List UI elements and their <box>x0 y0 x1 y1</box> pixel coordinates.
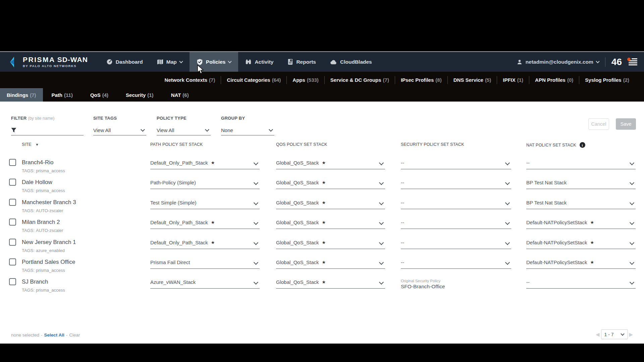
path-policy-select[interactable]: Default_Only_Path_Stack ★ <box>150 158 260 169</box>
path-policy-select[interactable]: Test Simple (Simple) <box>150 198 260 209</box>
nat-policy-select[interactable]: -- <box>526 158 636 169</box>
nav-item-dashboard[interactable]: Dashboard <box>99 52 150 72</box>
tags-value: AUTO-zscaler <box>36 228 63 233</box>
subnav-item-network-contexts[interactable]: Network Contexts (7) <box>159 76 221 84</box>
security-policy-select[interactable]: -- <box>401 198 511 209</box>
select-value: Default_Only_Path_Stack <box>150 160 208 166</box>
bindings-table: Branch4-Rio TAGS:prisma_access Default_O… <box>0 158 644 297</box>
nat-policy-select[interactable]: BP Test Nat Stack <box>526 178 636 189</box>
qos-policy-select[interactable]: Global_QoS_Stack ★ <box>276 218 385 229</box>
brand-logo: PRISMASD-WAN BY PALO ALTO NETWORKS <box>9 56 88 68</box>
tab-count: (11) <box>64 92 73 98</box>
qos-policy-select[interactable]: Global_QoS_Stack ★ <box>276 178 385 189</box>
chevron-down-icon <box>630 220 634 225</box>
column-header-site[interactable]: SITE ▼ <box>22 142 39 147</box>
subnav-item-circuit-categories[interactable]: Circuit Categories (64) <box>221 76 287 84</box>
path-policy-select[interactable]: Default_Only_Path_Stack ★ <box>150 238 260 249</box>
previous-page-icon[interactable]: ◀ <box>596 332 600 337</box>
security-policy-select[interactable]: -- <box>401 178 511 189</box>
nav-item-map[interactable]: Map <box>150 52 190 72</box>
security-policy-select[interactable]: -- <box>401 238 511 249</box>
star-icon: ★ <box>322 280 326 285</box>
alert-count[interactable]: 46 <box>611 57 622 67</box>
save-button[interactable]: Save <box>616 118 636 130</box>
tab-nat[interactable]: NAT (6) <box>162 88 198 102</box>
notification-menu-icon[interactable] <box>627 58 637 66</box>
chevron-down-icon <box>505 200 510 205</box>
tab-path[interactable]: Path (11) <box>43 88 82 102</box>
row-checkbox[interactable] <box>9 278 16 285</box>
top-black-bar <box>0 0 644 51</box>
path-policy-select[interactable]: Azure_vWAN_Stack <box>150 278 260 289</box>
select-all-link[interactable]: Select All <box>44 333 64 338</box>
path-policy-select[interactable]: Default_Only_Path_Stack ★ <box>150 218 260 229</box>
row-checkbox[interactable] <box>9 199 16 206</box>
row-checkbox[interactable] <box>9 179 16 186</box>
chevron-down-icon <box>205 127 209 132</box>
select-value: -- <box>401 200 404 205</box>
nat-policy-select[interactable]: BP Test Nat Stack <box>526 198 636 209</box>
tab-qos[interactable]: QoS (4) <box>82 88 117 102</box>
subnav-item-ipfix[interactable]: IPFIX (1) <box>497 76 529 84</box>
tab-security[interactable]: Security (1) <box>117 88 162 102</box>
nav-item-activity[interactable]: Activity <box>238 52 280 72</box>
nat-policy-select[interactable]: -- <box>526 278 636 289</box>
bindings-content: FILTER (by site name) SITE TAGS View All… <box>0 102 644 344</box>
row-checkbox[interactable] <box>9 219 16 226</box>
site-name: Manchester Branch 3 <box>22 199 76 206</box>
group-by-label: GROUP BY <box>221 116 274 121</box>
qos-policy-select[interactable]: Global_QoS_Stack ★ <box>276 198 385 209</box>
security-policy-select[interactable]: -- <box>401 158 511 169</box>
nat-policy-select[interactable]: Default-NATPolicySetStack ★ <box>526 238 636 249</box>
page-range-select[interactable]: 1 - 7 <box>601 329 628 339</box>
star-icon: ★ <box>590 240 594 245</box>
subnav-item-dns-service[interactable]: DNS Service (5) <box>448 76 497 84</box>
path-policy-select[interactable]: Path-Policy (Simple) <box>150 178 260 189</box>
chevron-down-icon <box>141 127 145 132</box>
select-value: Default-NATPolicySetStack <box>526 240 587 245</box>
group-by-select[interactable]: None <box>221 125 274 135</box>
filter-input[interactable] <box>11 125 84 135</box>
subnav-item-apn-profiles[interactable]: APN Profiles (0) <box>529 76 579 84</box>
subnav-item-service-dc-groups[interactable]: Service & DC Groups (7) <box>325 76 395 84</box>
row-checkbox[interactable] <box>9 239 16 246</box>
qos-policy-select[interactable]: Global_QoS_Stack ★ <box>276 158 385 169</box>
chevron-down-icon <box>379 260 384 265</box>
chevron-down-icon <box>630 200 634 205</box>
clear-link[interactable]: Clear <box>69 333 80 338</box>
tab-bindings[interactable]: Bindings (7) <box>0 88 43 102</box>
nav-item-reports[interactable]: Reports <box>280 52 323 72</box>
select-value: -- <box>401 259 404 265</box>
nat-policy-select[interactable]: Default-NATPolicySetStack ★ <box>526 218 636 229</box>
row-checkbox[interactable] <box>9 159 16 166</box>
binoculars-activity-icon <box>245 59 252 65</box>
nav-item-label: CloudBlades <box>340 59 372 65</box>
site-tags-select[interactable]: View All <box>93 125 146 135</box>
bottom-black-bar <box>0 344 644 362</box>
chevron-down-icon <box>596 59 599 63</box>
qos-policy-select[interactable]: Global_QoS_Stack ★ <box>276 258 385 269</box>
cancel-button[interactable]: Cancel <box>588 118 609 130</box>
subnav-item-syslog-profiles[interactable]: Syslog Profiles (2) <box>579 76 635 84</box>
nat-policy-select[interactable]: Default-NATPolicySetStack ★ <box>526 258 636 269</box>
nav-item-cloudblades[interactable]: CloudBlades <box>323 52 379 72</box>
chevron-down-icon <box>379 161 384 165</box>
nav-item-label: Policies <box>206 59 226 65</box>
security-policy-select[interactable]: -- <box>401 218 511 229</box>
separator: - <box>66 333 68 338</box>
select-value: -- <box>526 279 530 285</box>
chevron-down-icon <box>254 161 258 165</box>
next-page-icon[interactable]: ▶ <box>629 332 633 337</box>
qos-policy-select[interactable]: Global_QoS_Stack ★ <box>276 238 385 249</box>
path-policy-select[interactable]: Prisma Fail Direct <box>150 258 260 269</box>
filter-hint: (by site name) <box>28 116 54 121</box>
subnav-item-apps[interactable]: Apps (533) <box>287 76 325 84</box>
info-icon[interactable]: i <box>580 142 585 148</box>
user-menu[interactable]: netadmin@cloudgenix.com <box>517 59 599 65</box>
subnav-item-ipsec-profiles[interactable]: IPsec Profiles (8) <box>395 76 448 84</box>
policy-type-select[interactable]: View All <box>157 125 211 135</box>
row-checkbox[interactable] <box>9 258 16 265</box>
security-policy-select[interactable]: -- <box>401 258 511 269</box>
chevron-down-icon <box>505 180 510 185</box>
qos-policy-select[interactable]: Global_QoS_Stack ★ <box>276 278 385 289</box>
